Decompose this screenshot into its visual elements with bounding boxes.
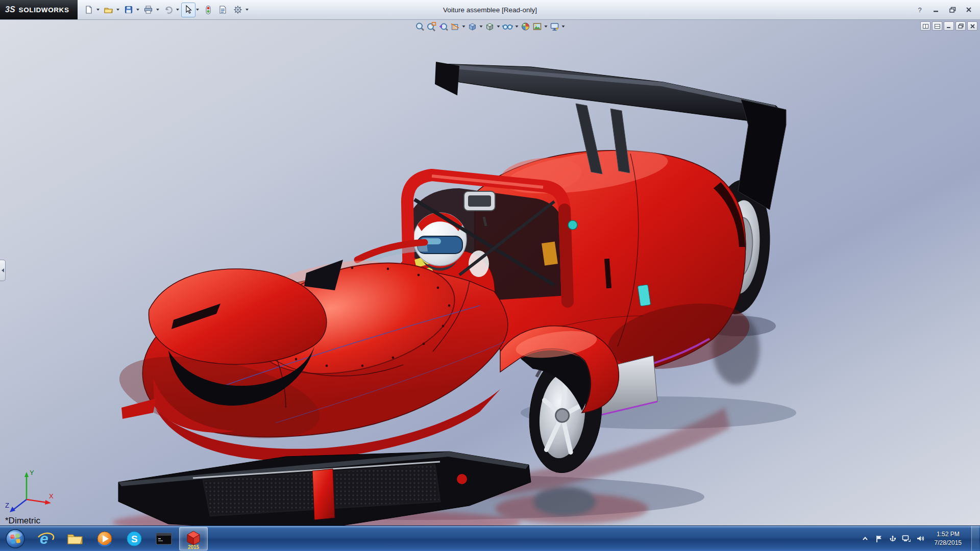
folder-icon	[66, 531, 84, 547]
media-player-icon	[96, 530, 113, 547]
hide-show-caret[interactable]	[516, 26, 519, 28]
doc-minimize-button[interactable]	[944, 21, 954, 31]
save-button[interactable]	[121, 3, 136, 17]
triad-z-label: Z	[5, 502, 9, 509]
previous-view-button[interactable]	[438, 20, 449, 33]
action-center-flag-icon	[875, 535, 883, 543]
skype-button[interactable]: S	[120, 527, 149, 550]
rebuild-stoplight-icon	[205, 5, 212, 15]
start-button[interactable]	[1, 527, 30, 550]
minimize-icon	[933, 7, 939, 13]
zoom-to-fit-button[interactable]	[414, 20, 426, 33]
document-window-controls	[920, 21, 977, 31]
model-render-race-car[interactable]	[0, 20, 980, 525]
triad-y-label: Y	[30, 469, 34, 477]
main-toolbar	[82, 3, 250, 17]
display-style-button[interactable]	[484, 20, 496, 33]
save-floppy-icon	[124, 5, 133, 14]
skype-icon: S	[126, 530, 143, 547]
edit-appearance-button[interactable]	[520, 20, 531, 33]
apply-scene-icon	[532, 21, 543, 32]
view-orientation-caret[interactable]	[480, 26, 483, 28]
volume-icon	[916, 535, 924, 542]
split-pane-vertical-icon	[935, 24, 940, 29]
solidworks-window: 3S SOLIDWORKS	[0, 0, 980, 551]
taskbar-clock[interactable]: 1:52 PM 7/28/2015	[929, 530, 967, 546]
windows-taskbar: e	[0, 525, 980, 551]
undo-dropdown-caret[interactable]	[176, 9, 179, 11]
doc-restore-button[interactable]	[955, 21, 966, 31]
network-status-button[interactable]	[902, 534, 911, 544]
help-button[interactable]: ?	[913, 4, 927, 15]
edit-appearance-ball-icon	[521, 21, 531, 32]
view-settings-button[interactable]	[549, 20, 560, 33]
clock-date: 7/28/2015	[935, 539, 962, 547]
collapse-arrow-icon	[2, 268, 4, 272]
zoom-to-area-icon	[427, 21, 437, 32]
command-prompt-icon	[155, 531, 173, 547]
options-gear-icon	[233, 5, 242, 14]
graphics-area[interactable]: Y X Z *Dimetric	[0, 20, 980, 526]
solidworks-logo: 3S SOLIDWORKS	[0, 0, 78, 19]
file-properties-icon	[218, 5, 227, 14]
view-settings-caret[interactable]	[562, 26, 565, 28]
featuremanager-collapsed-tab[interactable]	[0, 260, 6, 281]
options-button[interactable]	[231, 3, 245, 17]
save-dropdown-caret[interactable]	[136, 9, 139, 11]
command-prompt-button[interactable]	[150, 527, 178, 550]
ds-logo-glyph: 3S	[5, 5, 15, 14]
section-view-icon	[450, 21, 460, 32]
split-pane-vertical-button[interactable]	[932, 21, 942, 31]
view-settings-icon	[550, 21, 560, 32]
undo-button[interactable]	[161, 3, 176, 17]
heads-up-view-toolbar	[414, 20, 566, 33]
chevron-up-icon	[862, 536, 869, 542]
select-dropdown-caret[interactable]	[196, 9, 199, 11]
close-button[interactable]	[962, 4, 976, 15]
split-pane-horizontal-button[interactable]	[920, 21, 930, 31]
restore-button[interactable]	[945, 4, 960, 15]
doc-restore-icon	[958, 23, 964, 29]
solidworks-taskbar-button[interactable]: 2015	[179, 527, 208, 550]
print-icon	[143, 5, 153, 14]
select-button[interactable]	[181, 3, 195, 17]
clock-time: 1:52 PM	[935, 530, 962, 538]
options-dropdown-caret[interactable]	[246, 9, 249, 11]
show-hidden-icons-button[interactable]	[861, 534, 870, 544]
rebuild-button[interactable]	[201, 3, 215, 17]
new-document-icon	[84, 5, 93, 14]
hide-show-glasses-icon	[502, 21, 513, 32]
undo-icon	[164, 5, 173, 14]
windows-start-orb-icon	[5, 529, 26, 549]
action-center-button[interactable]	[874, 534, 884, 544]
apply-scene-caret[interactable]	[545, 26, 548, 28]
minimize-button[interactable]	[929, 4, 943, 15]
internet-explorer-button[interactable]: e	[31, 527, 60, 550]
solidworks-version-badge: 2015	[188, 544, 200, 549]
media-player-button[interactable]	[90, 527, 119, 550]
window-controls: ?	[913, 4, 980, 15]
doc-close-button[interactable]	[967, 21, 977, 31]
print-button[interactable]	[141, 3, 156, 17]
hide-show-items-button[interactable]	[502, 20, 514, 33]
section-view-button[interactable]	[450, 20, 461, 33]
usb-device-button[interactable]	[888, 534, 897, 544]
windows-explorer-button[interactable]	[61, 527, 89, 550]
apply-scene-button[interactable]	[532, 20, 543, 33]
titlebar: 3S SOLIDWORKS	[0, 0, 980, 20]
open-button[interactable]	[102, 3, 116, 17]
file-properties-button[interactable]	[216, 3, 230, 17]
open-dropdown-caret[interactable]	[116, 9, 119, 11]
volume-button[interactable]	[916, 534, 925, 544]
new-document-button[interactable]	[82, 3, 96, 17]
doc-close-icon	[970, 24, 975, 29]
zoom-to-area-button[interactable]	[426, 20, 437, 33]
view-orientation-button[interactable]	[467, 20, 478, 33]
display-style-icon	[485, 21, 495, 32]
print-dropdown-caret[interactable]	[156, 9, 159, 11]
section-view-caret[interactable]	[462, 26, 465, 28]
show-desktop-button[interactable]	[971, 526, 979, 551]
split-pane-horizontal-icon	[923, 24, 928, 29]
display-style-caret[interactable]	[497, 26, 500, 28]
new-dropdown-caret[interactable]	[96, 9, 100, 11]
